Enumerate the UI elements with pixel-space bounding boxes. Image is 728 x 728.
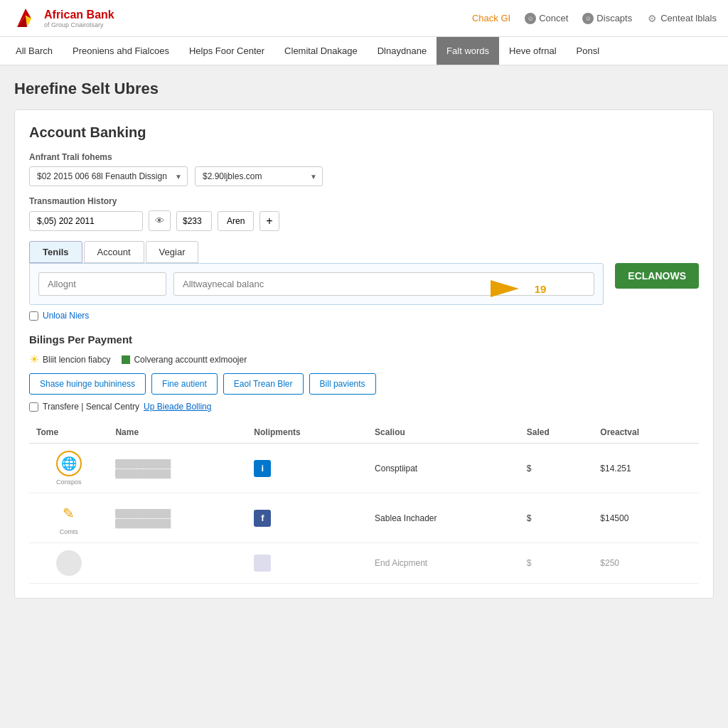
upload-row: Unloai Niers [29, 311, 699, 321]
arrow-indicator: 19 [491, 280, 547, 297]
navbar-item-5[interactable]: Falt words [437, 37, 499, 65]
tab-vegiar[interactable]: Vegiar [146, 241, 199, 263]
navbar-item-7[interactable]: Ponsl [567, 37, 610, 65]
col-nolipments: Nolipments [247, 422, 368, 444]
info-icon[interactable]: i [254, 460, 271, 477]
input-area: 19 [29, 263, 604, 305]
action-btn-3[interactable]: Bill pavients [309, 373, 376, 395]
billing-title: Bilings Per Payment [29, 333, 699, 346]
navbar-item-2[interactable]: Helps Foor Center [179, 37, 274, 65]
discapts-nav[interactable]: ☺ Discapts [582, 13, 632, 24]
legend-item-2: Colverang accountt exlmoojer [122, 355, 247, 365]
action-btn-1[interactable]: Fine autient [151, 373, 218, 395]
table-row: 🌐Conspos████████████████████iConsptiipat… [29, 444, 699, 493]
cell-notif-2 [247, 543, 368, 584]
centeat-nav[interactable]: ⚙ Centeat lblals [646, 13, 717, 24]
cell-notif-0: i [247, 444, 368, 493]
navbar-item-4[interactable]: Dlnaydnane [368, 37, 437, 65]
col-name: Name [108, 422, 247, 444]
card-title: Account Banking [29, 124, 699, 141]
upload-checkbox[interactable] [29, 311, 38, 321]
navbar-item-0[interactable]: All Barch [6, 37, 63, 65]
globe-icon: 🌐 [56, 451, 82, 476]
account-select2-wrapper: $2.90ljbles.com ▼ [195, 166, 323, 186]
allognt-input[interactable] [38, 272, 166, 296]
action-buttons: Shase huinge buhininess Fine autient Eao… [29, 373, 699, 395]
transfer-checkbox[interactable] [29, 402, 38, 412]
concet-nav[interactable]: ☺ Concet [525, 13, 568, 24]
tab-tenils[interactable]: Tenils [29, 241, 82, 263]
facebook-icon[interactable]: f [254, 510, 271, 527]
discapts-label: Discapts [596, 13, 632, 23]
txn-section-label: Transmaution History [29, 196, 699, 206]
header: African Bank of Group Cnairotsary Chack … [0, 0, 728, 37]
arrow-shape [491, 280, 533, 297]
check-gi-link[interactable]: Chack GI [472, 13, 510, 23]
account-form-row: $02 2015 006 68l Fenauth Dissign ▼ $2.90… [29, 166, 699, 186]
account-section-label: Anfrant Trali fohems [29, 152, 699, 162]
tab-account[interactable]: Account [84, 241, 144, 263]
header-links: Chack GI ☺ Concet ☺ Discapts ⚙ Centeat l… [472, 13, 717, 24]
cell-saled-1: $ [520, 493, 594, 543]
gray-circle-icon [56, 550, 82, 576]
legend2-label: Colverang accountt exlmoojer [134, 355, 247, 365]
transfer-link[interactable]: Up Bieade Bolling [144, 402, 211, 412]
cell-notif-1: f [247, 493, 368, 543]
txn-eye-button[interactable]: 👁 [149, 210, 171, 231]
green-square-icon [122, 355, 130, 364]
table-body: 🌐Conspos████████████████████iConsptiipat… [29, 444, 699, 584]
table-row: ✎Comts████████████████████fSablea Inchad… [29, 493, 699, 543]
blurred-name2: ██████████ [115, 469, 171, 478]
table-header: Tome Name Nolipments Scaliou Saled Oreac… [29, 422, 699, 444]
eclanows-button[interactable]: ECLANOWS [615, 263, 699, 289]
logo-brand: African Bank [44, 9, 114, 21]
cell-oreactval-2: $250 [593, 543, 699, 584]
upload-label[interactable]: Unloai Niers [43, 311, 89, 321]
navbar: All Barch Preoniens ahd Fialcoes Helps F… [0, 37, 728, 65]
icon-label: Comts [60, 528, 78, 535]
blurred-name2: ██████████ [115, 519, 171, 528]
legend-item-1: ☀ Bliit lencion fiabcy [29, 353, 110, 366]
concet-label: Concet [539, 13, 568, 23]
cell-oreactval-0: $14.251 [593, 444, 699, 493]
navbar-item-1[interactable]: Preoniens ahd Fialcoes [63, 37, 179, 65]
page-wrapper: Herefine Selt Ubres Account Banking Anfr… [0, 65, 728, 613]
txn-plus-button[interactable]: + [259, 211, 279, 231]
cell-tome-1: ✎Comts [29, 493, 108, 543]
cell-name-0: ████████████████████ [108, 444, 247, 493]
action-btn-2[interactable]: Eaol Trean Bler [223, 373, 304, 395]
account-select1[interactable]: $02 2015 006 68l Fenauth Dissign [29, 166, 188, 186]
main-card: Account Banking Anfrant Trali fohems $02… [14, 109, 714, 599]
sun-icon: ☀ [29, 353, 39, 366]
centeat-label: Centeat lblals [660, 13, 717, 23]
gear-icon: ⚙ [646, 13, 658, 24]
cell-saled-2: $ [520, 543, 594, 584]
cell-name-1: ████████████████████ [108, 493, 247, 543]
cell-tome-0: 🌐Conspos [29, 444, 108, 493]
txn-small-input[interactable] [176, 211, 212, 231]
account-select2[interactable]: $2.90ljbles.com [195, 166, 323, 186]
cell-saled-0: $ [520, 444, 594, 493]
table-row: End Aicpment$$250 [29, 543, 699, 584]
page-title: Herefine Selt Ubres [14, 80, 714, 98]
txn-row: 👁 Aren + [29, 210, 699, 231]
navbar-item-3[interactable]: Clemital Dnakage [274, 37, 368, 65]
tabs: Tenils Account Vegiar [29, 241, 699, 263]
blurred-name: ██████████ [115, 509, 171, 518]
col-tome: Tome [29, 422, 108, 444]
navbar-item-6[interactable]: Heve ofrnal [499, 37, 566, 65]
data-table: Tome Name Nolipments Scaliou Saled Oreac… [29, 422, 699, 584]
txn-input[interactable] [29, 211, 143, 231]
blurred-name: ██████████ [115, 459, 171, 468]
col-saled: Saled [520, 422, 594, 444]
cell-tome-2 [29, 543, 108, 584]
legend1-label: Bliit lencion fiabcy [43, 355, 110, 365]
action-btn-0[interactable]: Shase huinge buhininess [29, 373, 146, 395]
logo-sub: of Group Cnairotsary [44, 21, 114, 28]
cell-oreactval-1: $14500 [593, 493, 699, 543]
dot-icon [254, 555, 271, 572]
txn-aren-button[interactable]: Aren [218, 211, 254, 231]
pencil-icon: ✎ [56, 500, 82, 526]
col-oreactval: Oreactval [593, 422, 699, 444]
icon-label: Conspos [56, 478, 82, 486]
